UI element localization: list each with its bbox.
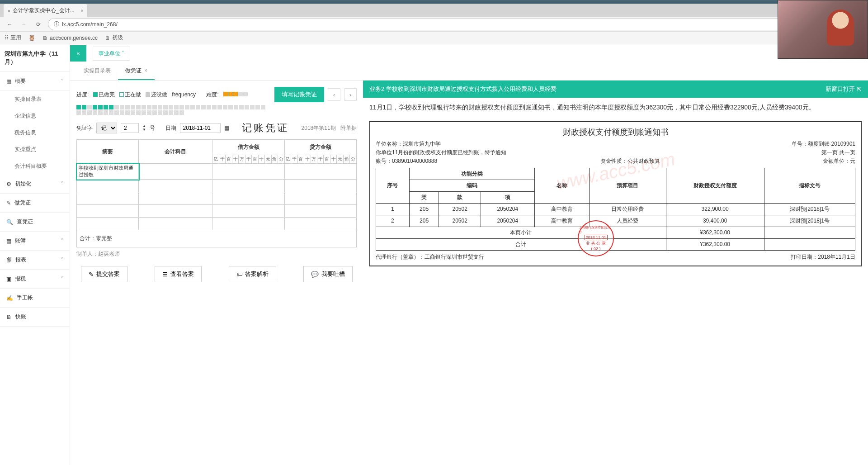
task-description: 11月1日，学校收到代理银行转来的财政授权支付额度到账通知书，通知书注明的本年度… (363, 98, 868, 118)
sidebar-book[interactable]: ▤ 账簿˅ (0, 232, 70, 251)
date-label: 日期 (165, 124, 176, 132)
close-icon[interactable]: × (80, 8, 84, 14)
fill-voucher-button[interactable]: 填写记账凭证 (274, 87, 324, 102)
feedback-button[interactable]: 💬 我要吐槽 (303, 266, 353, 282)
view-answer-button[interactable]: ☰ 查看答案 (155, 266, 202, 282)
voucher-table: 摘要 会计科目 借方金额 贷方金额 亿千百十万千百十元角分亿千百十万千百十元角分… (76, 139, 357, 247)
reload-button[interactable]: ⟳ (33, 19, 43, 29)
stamp: 工商银行深圳市世贸支行 2018.11.01 业 务 公 章 ( 02 ) (578, 220, 614, 256)
sidebar-init[interactable]: ⚙ 初始化˅ (0, 175, 70, 194)
voucher-title: 记账凭证 (242, 121, 289, 135)
forward-button[interactable]: → (19, 19, 29, 29)
prev-button[interactable]: ‹ (328, 88, 340, 101)
chevron-down-icon: ˅ (61, 257, 63, 263)
attach-label: 附单据 (340, 124, 357, 132)
apps-button[interactable]: ⠿ 应用 (5, 34, 21, 42)
back-button[interactable]: ← (5, 19, 14, 29)
bookmark-owl[interactable]: 🦉 (28, 35, 35, 41)
doc-title: 财政授权支付额度到账通知书 (376, 127, 855, 138)
sidebar: 深圳市第九中学（11月） ▦ 概要˄ 实操目录表 企业信息 税务信息 实操重点 … (0, 44, 70, 465)
browser-tab[interactable]: ▫ 会计学堂实操中心_会计... × (4, 4, 87, 17)
sidebar-manual[interactable]: ✍ 手工帐 (0, 289, 70, 308)
tab-catalog[interactable]: 实操目录表 (76, 62, 118, 80)
bookmark-chuji[interactable]: 🗎 初级 (105, 34, 123, 42)
voucher-total: 合计：零元整 (77, 230, 357, 247)
document-box: www.acc5.com 财政授权支付额度到账通知书 单位名称：深圳市第九中学单… (369, 121, 862, 266)
bookmark-gensee[interactable]: 🗎 acc5com.gensee.cc (42, 35, 98, 41)
chevron-up-icon: ˄ (61, 78, 63, 85)
sidebar-quick[interactable]: 🗎 快账 (0, 308, 70, 327)
progress-legend: 进度: 已做完 正在做 还没做frequency 难度: (76, 91, 248, 99)
next-button[interactable]: › (344, 88, 357, 101)
sidebar-sub-focus[interactable]: 实操重点 (0, 141, 70, 158)
tab-favicon: ▫ (8, 8, 10, 14)
sidebar-sub-tax[interactable]: 税务信息 (0, 124, 70, 141)
sidebar-sub-catalog[interactable]: 实操目录表 (0, 91, 70, 108)
chevron-down-icon: ˅ (61, 181, 63, 187)
voucher-word-select[interactable]: 记 (96, 123, 117, 133)
submit-answer-button[interactable]: ✎ 提交答案 (81, 266, 127, 282)
chevron-down-icon: ˅ (122, 50, 124, 57)
analysis-button[interactable]: 🏷 答案解析 (229, 266, 276, 282)
sidebar-title: 深圳市第九中学（11月） (0, 44, 70, 72)
sidebar-sub-subject[interactable]: 会计科目概要 (0, 158, 70, 175)
webcam-overlay (778, 0, 868, 59)
progress-grid[interactable] (76, 105, 266, 115)
col-subject: 会计科目 (139, 140, 212, 164)
task-title: 业务2 学校收到深圳市财政局通过授权支付方式拨入公用经费和人员经费 (369, 85, 557, 93)
sidebar-sub-company[interactable]: 企业信息 (0, 108, 70, 124)
tab-title: 会计学堂实操中心_会计... (13, 7, 75, 14)
voucher-date-input[interactable] (180, 123, 221, 133)
sidebar-taxrep[interactable]: ▣ 报税˅ (0, 270, 70, 289)
num-down[interactable]: ▼ (142, 128, 146, 132)
close-icon[interactable]: × (144, 67, 147, 74)
sidebar-view-voucher[interactable]: 🔍 查凭证 (0, 213, 70, 232)
entity-selector[interactable]: 事业单位 ˅ (93, 47, 130, 61)
chevron-down-icon: ˅ (61, 238, 63, 244)
subject-input[interactable] (139, 164, 212, 180)
task-header: 业务2 学校收到深圳市财政局通过授权支付方式拨入公用经费和人员经费 新窗口打开 … (363, 81, 868, 98)
summary-input[interactable]: 学校收到深圳市财政局通过授权 (77, 164, 139, 180)
col-summary: 摘要 (77, 140, 139, 164)
voucher-word-label: 凭证字 (76, 124, 93, 132)
sidebar-overview[interactable]: ▦ 概要˄ (0, 72, 70, 91)
sidebar-make-voucher[interactable]: ✎ 做凭证 (0, 194, 70, 213)
collapse-sidebar-button[interactable]: « (70, 45, 86, 62)
doc-table: 序号 功能分类 名称 预算项目 财政授权支付额度 指标文号 编码 类款项 120… (376, 168, 855, 251)
url-input[interactable]: ⓘ lx.acc5.com/main_268/ (48, 18, 863, 30)
col-debit: 借方金额 (212, 140, 284, 155)
voucher-period: 2018年第11期 (302, 124, 336, 132)
info-icon: ⓘ (54, 20, 59, 28)
calendar-icon[interactable]: ▦ (224, 125, 229, 131)
sidebar-report[interactable]: 🗐 报表˅ (0, 251, 70, 270)
open-new-window-button[interactable]: 新窗口打开 ⇱ (826, 85, 862, 93)
voucher-num-input[interactable] (121, 123, 139, 133)
voucher-num-suffix: 号 (150, 124, 155, 132)
voucher-maker: 制单人：赵英老师 (76, 250, 357, 258)
tab-make-voucher[interactable]: 做凭证× (118, 62, 155, 80)
col-credit: 贷方金额 (284, 140, 356, 155)
difficulty-rating (223, 91, 248, 98)
chevron-down-icon: ˅ (61, 276, 63, 282)
url-text: lx.acc5.com/main_268/ (62, 21, 118, 28)
